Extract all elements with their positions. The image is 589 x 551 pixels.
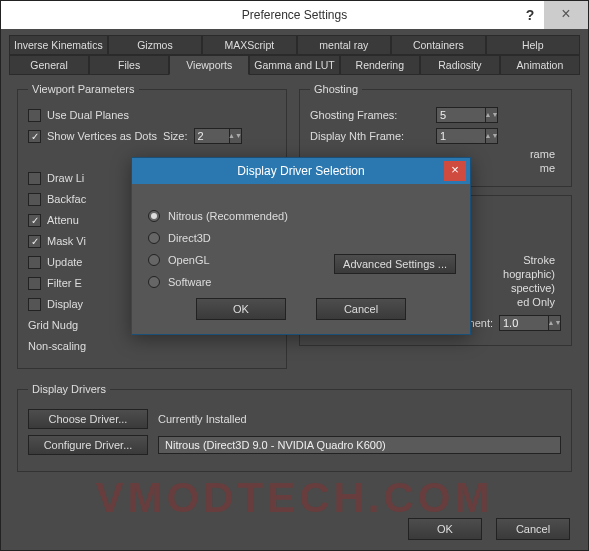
attenuate-checkbox[interactable] <box>28 214 41 227</box>
tab-mental-ray[interactable]: mental ray <box>297 35 391 55</box>
software-label: Software <box>168 276 211 288</box>
tab-rendering[interactable]: Rendering <box>340 55 420 75</box>
wheel-zoom-spinner[interactable]: ▲▼ <box>499 315 561 331</box>
window-title: Preference Settings <box>1 8 588 22</box>
display-drivers-legend: Display Drivers <box>28 383 110 395</box>
nitrous-label: Nitrous (Recommended) <box>168 210 288 222</box>
tab-radiosity[interactable]: Radiosity <box>420 55 500 75</box>
display-label: Display <box>47 298 83 310</box>
mask-viewport-checkbox[interactable] <box>28 235 41 248</box>
filter-checkbox[interactable] <box>28 277 41 290</box>
installed-driver-field: Nitrous (Direct3D 9.0 - NVIDIA Quadro K6… <box>158 436 561 454</box>
tab-animation[interactable]: Animation <box>500 55 580 75</box>
dialog-close-icon[interactable]: × <box>444 161 466 181</box>
ghosting-legend: Ghosting <box>310 83 362 95</box>
dialog-titlebar: Display Driver Selection × <box>132 158 470 184</box>
close-icon[interactable]: × <box>544 1 588 29</box>
tab-inverse-kinematics[interactable]: Inverse Kinematics <box>9 35 108 55</box>
ghosting-frames-input[interactable] <box>436 107 486 123</box>
advanced-settings-button[interactable]: Advanced Settings ... <box>334 254 456 274</box>
draw-links-label: Draw Li <box>47 172 84 184</box>
display-nth-label: Display Nth Frame: <box>310 130 430 142</box>
spinner-arrows-icon[interactable]: ▲▼ <box>549 315 561 331</box>
use-dual-planes-label: Use Dual Planes <box>47 109 129 121</box>
update-checkbox[interactable] <box>28 256 41 269</box>
display-nth-input[interactable] <box>436 128 486 144</box>
wheel-zoom-input[interactable] <box>499 315 549 331</box>
display-drivers-group: Display Drivers Choose Driver... Current… <box>17 383 572 472</box>
help-icon[interactable]: ? <box>516 1 544 29</box>
size-label: Size: <box>163 130 187 142</box>
display-nth-spinner[interactable]: ▲▼ <box>436 128 498 144</box>
tab-gamma-lut[interactable]: Gamma and LUT <box>249 55 340 75</box>
size-spinner[interactable]: ▲▼ <box>194 128 242 144</box>
opengl-label: OpenGL <box>168 254 210 266</box>
spinner-arrows-icon[interactable]: ▲▼ <box>486 107 498 123</box>
ok-button[interactable]: OK <box>408 518 482 540</box>
tab-gizmos[interactable]: Gizmos <box>108 35 202 55</box>
ghosting-frames-spinner[interactable]: ▲▼ <box>436 107 498 123</box>
tab-row-2: General Files Viewports Gamma and LUT Re… <box>9 55 580 75</box>
grid-nudge-label: Grid Nudg <box>28 319 78 331</box>
ghosting-frames-label: Ghosting Frames: <box>310 109 430 121</box>
dialog-body: Nitrous (Recommended) Direct3D OpenGL So… <box>132 184 470 334</box>
direct3d-label: Direct3D <box>168 232 211 244</box>
dialog-ok-button[interactable]: OK <box>196 298 286 320</box>
viewport-parameters-legend: Viewport Parameters <box>28 83 139 95</box>
display-driver-selection-dialog: Display Driver Selection × Nitrous (Reco… <box>131 157 471 335</box>
choose-driver-button[interactable]: Choose Driver... <box>28 409 148 429</box>
filter-label: Filter E <box>47 277 82 289</box>
tab-viewports[interactable]: Viewports <box>169 55 249 75</box>
show-vertices-checkbox[interactable] <box>28 130 41 143</box>
configure-driver-button[interactable]: Configure Driver... <box>28 435 148 455</box>
attenuate-label: Attenu <box>47 214 79 226</box>
tab-row-1: Inverse Kinematics Gizmos MAXScript ment… <box>9 35 580 55</box>
spinner-arrows-icon[interactable]: ▲▼ <box>230 128 242 144</box>
nitrous-radio[interactable] <box>148 210 160 222</box>
dialog-cancel-button[interactable]: Cancel <box>316 298 406 320</box>
mask-viewport-label: Mask Vi <box>47 235 86 247</box>
software-radio[interactable] <box>148 276 160 288</box>
backface-label: Backfac <box>47 193 86 205</box>
spinner-arrows-icon[interactable]: ▲▼ <box>486 128 498 144</box>
bottom-buttons: OK Cancel <box>408 518 570 540</box>
update-label: Update <box>47 256 82 268</box>
draw-links-checkbox[interactable] <box>28 172 41 185</box>
direct3d-radio[interactable] <box>148 232 160 244</box>
display-checkbox[interactable] <box>28 298 41 311</box>
cancel-button[interactable]: Cancel <box>496 518 570 540</box>
non-scaling-label: Non-scaling <box>28 340 86 352</box>
tab-container: Inverse Kinematics Gizmos MAXScript ment… <box>1 29 588 75</box>
tab-containers[interactable]: Containers <box>391 35 485 55</box>
use-dual-planes-checkbox[interactable] <box>28 109 41 122</box>
tab-general[interactable]: General <box>9 55 89 75</box>
preference-window: Preference Settings ? × Inverse Kinemati… <box>0 0 589 551</box>
tab-help[interactable]: Help <box>486 35 580 55</box>
tab-files[interactable]: Files <box>89 55 169 75</box>
backface-checkbox[interactable] <box>28 193 41 206</box>
opengl-radio[interactable] <box>148 254 160 266</box>
show-vertices-label: Show Vertices as Dots <box>47 130 157 142</box>
currently-installed-label: Currently Installed <box>158 413 247 425</box>
dialog-title: Display Driver Selection <box>132 164 470 178</box>
titlebar: Preference Settings ? × <box>1 1 588 29</box>
size-input[interactable] <box>194 128 230 144</box>
tab-maxscript[interactable]: MAXScript <box>202 35 296 55</box>
